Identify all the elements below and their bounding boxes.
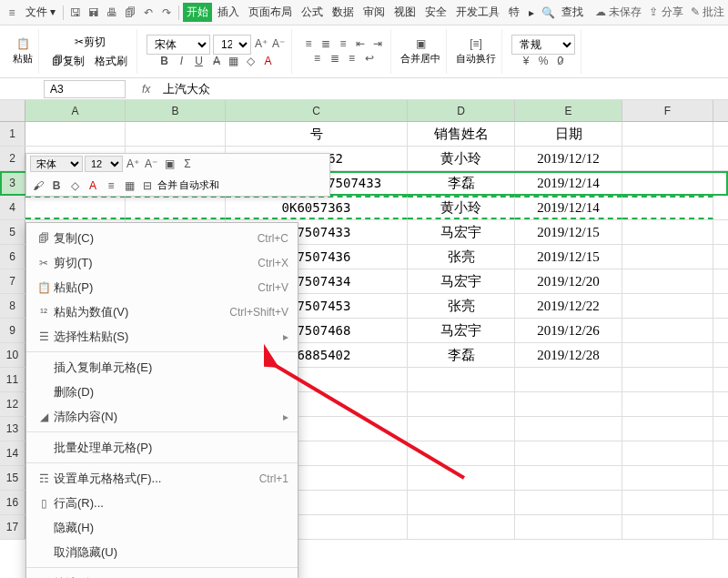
ctx-cut[interactable]: ✂剪切(T)Ctrl+X <box>26 250 298 275</box>
font-color-icon[interactable]: A <box>261 55 276 69</box>
tab-formula[interactable]: 公式 <box>298 3 327 22</box>
format-painter-button[interactable]: 格式刷 <box>91 52 131 71</box>
cell-d4[interactable]: 黄小玲 <box>408 196 515 219</box>
fill-color-icon[interactable]: ◇ <box>244 55 258 69</box>
cell-f4[interactable] <box>622 196 713 219</box>
align-left-icon[interactable]: ≡ <box>310 52 325 66</box>
mini-increase-font-icon[interactable]: A⁺ <box>125 156 141 172</box>
rowhead-1[interactable]: 1 <box>0 122 25 146</box>
rowhead-2[interactable]: 2 <box>0 147 25 170</box>
cell-e7[interactable]: 2019/12/20 <box>515 269 622 293</box>
tab-security[interactable]: 安全 <box>421 3 450 22</box>
mini-fill-icon[interactable]: ◇ <box>66 177 83 194</box>
cell-e12[interactable] <box>515 392 622 416</box>
increase-font-icon[interactable]: A⁺ <box>254 37 268 52</box>
select-all-corner[interactable] <box>0 100 25 121</box>
cell-f1[interactable] <box>622 122 713 146</box>
ctx-clear[interactable]: ◢清除内容(N)▸ <box>26 404 298 429</box>
percent-icon[interactable]: % <box>536 55 551 69</box>
cell-d8[interactable]: 张亮 <box>408 294 515 318</box>
cell-d5[interactable]: 马宏宇 <box>408 220 515 244</box>
decrease-font-icon[interactable]: A⁻ <box>271 37 286 52</box>
cell-e4[interactable]: 2019/12/14 <box>515 196 622 219</box>
print-preview-icon[interactable]: 🗐 <box>122 5 138 21</box>
font-name-select[interactable]: 宋体 <box>147 35 210 55</box>
cell-d13[interactable] <box>408 417 515 441</box>
cell-f16[interactable] <box>622 491 713 514</box>
tab-dev[interactable]: 开发工具 <box>452 3 503 22</box>
cell-c1[interactable]: 号 <box>226 122 408 146</box>
tab-data[interactable]: 数据 <box>329 3 358 22</box>
rowhead-12[interactable]: 12 <box>0 392 25 416</box>
cut-button[interactable]: ✂ 剪切 <box>71 33 109 52</box>
cell-e2[interactable]: 2019/12/12 <box>515 147 622 170</box>
cell-d9[interactable]: 马宏宇 <box>408 319 515 342</box>
ctx-paste-value[interactable]: ¹²粘贴为数值(V)Ctrl+Shift+V <box>26 299 298 324</box>
underline-icon[interactable]: U <box>192 55 207 69</box>
cell-d10[interactable]: 李磊 <box>408 343 515 367</box>
tab-insert[interactable]: 插入 <box>214 3 243 22</box>
tab-start[interactable]: 开始 <box>183 3 212 22</box>
colhead-a[interactable]: A <box>25 100 126 121</box>
cell-f3[interactable] <box>622 171 713 195</box>
indent-dec-icon[interactable]: ⇤ <box>353 37 368 52</box>
copy-button[interactable]: 🗐 复制 <box>48 52 88 71</box>
italic-icon[interactable]: I <box>175 55 189 69</box>
cell-f5[interactable] <box>622 220 713 244</box>
tab-view[interactable]: 视图 <box>390 3 420 22</box>
merge-label[interactable]: 合并居中 <box>400 52 440 66</box>
cell-d2[interactable]: 黄小玲 <box>408 147 515 170</box>
mini-autosum-label[interactable]: 自动求和 <box>179 178 219 192</box>
ctx-filter-col[interactable]: ⫾筛选列(L)... <box>26 571 298 578</box>
mini-row-icon[interactable]: ⊟ <box>139 177 156 194</box>
search-label[interactable]: 查找 <box>558 3 587 22</box>
ctx-format-cells[interactable]: ☶设置单元格格式(F)...Ctrl+1 <box>26 466 298 491</box>
mini-merge-label[interactable]: 合并 <box>157 178 177 192</box>
cell-e6[interactable]: 2019/12/15 <box>515 245 622 269</box>
cell-e16[interactable] <box>515 491 622 514</box>
cell-b4[interactable] <box>126 196 226 219</box>
cell-e13[interactable] <box>515 417 622 441</box>
rowhead-9[interactable]: 9 <box>0 319 25 342</box>
fx-icon[interactable]: fx <box>142 83 150 96</box>
cell-f7[interactable] <box>622 269 713 293</box>
align-right-icon[interactable]: ≡ <box>345 52 359 66</box>
rowhead-4[interactable]: 4 <box>0 196 25 219</box>
colhead-f[interactable]: F <box>622 100 713 121</box>
comments-button[interactable]: ✎ 批注 <box>691 5 724 20</box>
mini-bold-icon[interactable]: B <box>48 177 65 194</box>
search-icon[interactable]: 🔍 <box>540 5 556 21</box>
cell-d6[interactable]: 张亮 <box>408 245 515 269</box>
cell-f6[interactable] <box>622 245 713 269</box>
colhead-e[interactable]: E <box>515 100 622 121</box>
border-icon[interactable]: ▦ <box>227 55 241 69</box>
cell-d7[interactable]: 马宏宇 <box>408 269 515 293</box>
cell-a1[interactable] <box>25 122 126 146</box>
ctx-batch[interactable]: 批量处理单元格(P) <box>26 435 298 460</box>
rowhead-11[interactable]: 11 <box>0 368 25 391</box>
cell-d1[interactable]: 销售姓名 <box>408 122 515 146</box>
mini-align-icon[interactable]: ≡ <box>103 177 119 194</box>
wrap-text-icon[interactable]: [≡] <box>469 37 483 52</box>
name-box[interactable] <box>44 80 126 98</box>
cell-b1[interactable] <box>126 122 226 146</box>
cell-e11[interactable] <box>515 368 622 391</box>
tab-special[interactable]: 特 <box>505 3 523 22</box>
strike-icon[interactable]: A̶ <box>209 55 224 69</box>
cell-f13[interactable] <box>622 417 713 441</box>
rowhead-6[interactable]: 6 <box>0 245 25 269</box>
mini-format-painter-icon[interactable]: 🖌 <box>30 177 46 194</box>
cell-f10[interactable] <box>622 343 713 367</box>
mini-size-select[interactable]: 12 <box>85 156 123 172</box>
align-top-icon[interactable]: ≡ <box>301 37 316 52</box>
tab-review[interactable]: 审阅 <box>359 3 389 22</box>
undo-icon[interactable]: ↶ <box>140 5 157 21</box>
ctx-delete[interactable]: 删除(D) <box>26 380 298 404</box>
rowhead-8[interactable]: 8 <box>0 294 25 318</box>
merge-icon[interactable]: ▣ <box>413 37 428 52</box>
wrap-icon[interactable]: ↩ <box>362 52 377 66</box>
wrap-label[interactable]: 自动换行 <box>456 52 496 66</box>
mini-decrease-font-icon[interactable]: A⁻ <box>143 156 159 172</box>
ctx-paste[interactable]: 📋粘贴(P)Ctrl+V <box>26 275 298 299</box>
cell-f9[interactable] <box>622 319 713 342</box>
